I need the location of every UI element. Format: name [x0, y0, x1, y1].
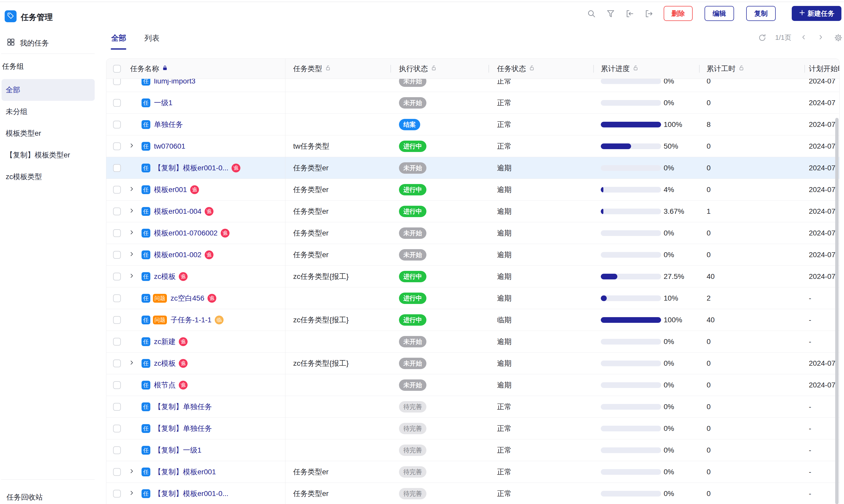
- filter-icon[interactable]: [606, 9, 615, 18]
- task-name-link[interactable]: 【复制】模板er001-0...: [154, 489, 228, 499]
- sidebar-group-item[interactable]: 全部: [2, 79, 95, 101]
- task-type-cell: [285, 439, 391, 461]
- row-checkbox[interactable]: [113, 316, 121, 324]
- expand-chevron-icon[interactable]: [128, 272, 135, 281]
- prev-page-icon[interactable]: [800, 34, 808, 42]
- row-checkbox[interactable]: [113, 381, 121, 389]
- exec-status-cell: 进行中: [391, 309, 488, 330]
- expand-chevron-icon[interactable]: [128, 468, 135, 476]
- lock-open-icon[interactable]: [739, 65, 744, 73]
- table-row: 任zc模板逾zc任务类型{报工}进行中逾期27.5%402024-07: [106, 266, 839, 287]
- task-name-link[interactable]: 一级1: [154, 98, 173, 108]
- lock-open-icon[interactable]: [325, 65, 331, 73]
- row-checkbox[interactable]: [113, 446, 121, 454]
- row-checkbox[interactable]: [113, 490, 121, 498]
- expand-chevron-icon[interactable]: [128, 229, 135, 237]
- task-status-cell: 逾期: [488, 179, 593, 200]
- task-name-link[interactable]: zc新建: [154, 337, 176, 347]
- task-name-link[interactable]: 单独任务: [154, 120, 183, 129]
- task-name-link[interactable]: liumj-import3: [154, 79, 195, 85]
- row-checkbox[interactable]: [113, 79, 121, 85]
- sidebar-item-my-tasks[interactable]: 我的任务: [6, 38, 49, 48]
- expand-chevron-icon[interactable]: [128, 142, 135, 150]
- row-checkbox[interactable]: [113, 273, 121, 281]
- task-name-link[interactable]: 【复制】单独任务: [154, 424, 212, 433]
- task-group-list: 全部未分组模板类型er【复制】模板类型erzc模板类型: [2, 79, 95, 188]
- sidebar-group-item[interactable]: 未分组: [2, 101, 95, 123]
- task-name-link[interactable]: 模板er001-004: [154, 206, 202, 216]
- task-status-cell: 正常: [488, 136, 593, 157]
- task-name-link[interactable]: zc模板: [154, 272, 176, 282]
- row-checkbox[interactable]: [113, 164, 121, 172]
- lock-open-icon[interactable]: [529, 65, 535, 73]
- edit-button[interactable]: 编辑: [705, 6, 734, 21]
- task-name-link[interactable]: zc模板: [154, 359, 176, 368]
- expand-chevron-icon[interactable]: [128, 207, 135, 216]
- sidebar-group-item[interactable]: 【复制】模板类型er: [2, 144, 95, 166]
- tab-active[interactable]: 全部: [111, 33, 126, 50]
- task-status-cell: 逾期: [488, 157, 593, 179]
- row-checkbox[interactable]: [113, 425, 121, 432]
- exec-status-cell: 未开始: [391, 331, 488, 352]
- row-checkbox[interactable]: [113, 186, 121, 194]
- delete-button[interactable]: 删除: [664, 6, 693, 21]
- hours-cell: 40: [699, 309, 805, 330]
- new-task-button[interactable]: 新建任务: [792, 6, 841, 21]
- lock-closed-icon[interactable]: [162, 65, 168, 73]
- task-name-link[interactable]: 子任务-1-1-1: [171, 315, 212, 325]
- task-name-link[interactable]: 【复制】单独任务: [154, 402, 212, 412]
- task-name-link[interactable]: zc空白456: [171, 293, 204, 303]
- sidebar-item-recycle-bin[interactable]: 任务回收站: [6, 492, 43, 502]
- plan-start-cell: 2024-07: [805, 157, 839, 179]
- task-status-cell: 正常: [488, 114, 593, 135]
- progress-bar: [601, 361, 661, 366]
- exec-status-cell: 未开始: [391, 244, 488, 266]
- export-icon[interactable]: [644, 9, 654, 18]
- column-label: 执行状态: [399, 64, 428, 74]
- progress-fill: [601, 274, 617, 280]
- task-tag-badge: 任: [141, 446, 150, 455]
- task-name-cell: 任【复制】单独任务: [106, 396, 285, 417]
- expand-chevron-icon[interactable]: [128, 251, 135, 259]
- table-row: 任zc新建逾未开始逾期0%0-: [106, 331, 839, 353]
- row-checkbox[interactable]: [113, 229, 121, 237]
- task-name-link[interactable]: tw070601: [154, 142, 185, 150]
- row-checkbox[interactable]: [113, 294, 121, 302]
- lock-open-icon[interactable]: [431, 65, 436, 73]
- expand-chevron-icon[interactable]: [128, 359, 135, 367]
- row-checkbox[interactable]: [113, 208, 121, 215]
- sidebar-group-item[interactable]: 模板类型er: [2, 123, 95, 144]
- task-name-link[interactable]: 模板er001-0706002: [154, 228, 218, 238]
- row-checkbox[interactable]: [113, 468, 121, 476]
- row-checkbox[interactable]: [113, 142, 121, 150]
- sidebar-group-item[interactable]: zc模板类型: [2, 166, 95, 188]
- row-checkbox[interactable]: [113, 251, 121, 259]
- row-checkbox[interactable]: [113, 99, 121, 107]
- expand-chevron-icon[interactable]: [128, 185, 135, 194]
- overdue-badge: 逾: [179, 381, 188, 390]
- next-page-icon[interactable]: [817, 34, 825, 42]
- select-all-checkbox[interactable]: [113, 65, 121, 73]
- row-checkbox[interactable]: [113, 360, 121, 367]
- refresh-icon[interactable]: [758, 34, 767, 42]
- task-name-link[interactable]: 【复制】模板er001-0...: [154, 163, 228, 173]
- task-name-link[interactable]: 根节点: [154, 380, 176, 390]
- task-name-link[interactable]: 模板er001-002: [154, 250, 202, 260]
- hours-cell: 0: [699, 136, 805, 157]
- row-checkbox[interactable]: [113, 121, 121, 128]
- import-icon[interactable]: [625, 9, 634, 18]
- tab-item[interactable]: 列表: [144, 33, 159, 50]
- lock-open-icon[interactable]: [633, 65, 638, 73]
- vertical-scrollbar[interactable]: [835, 118, 839, 504]
- row-checkbox[interactable]: [113, 403, 121, 411]
- exec-status-badge: 未开始: [399, 336, 426, 347]
- expand-chevron-icon[interactable]: [128, 489, 135, 498]
- exec-status-badge: 未开始: [399, 79, 426, 87]
- row-checkbox[interactable]: [113, 338, 121, 345]
- search-icon[interactable]: [587, 9, 596, 18]
- task-name-link[interactable]: 模板er001: [154, 185, 187, 195]
- copy-button[interactable]: 复制: [746, 6, 776, 21]
- task-name-link[interactable]: 【复制】一级1: [154, 445, 202, 455]
- gear-icon[interactable]: [834, 34, 842, 42]
- task-name-link[interactable]: 【复制】模板er001: [154, 467, 216, 477]
